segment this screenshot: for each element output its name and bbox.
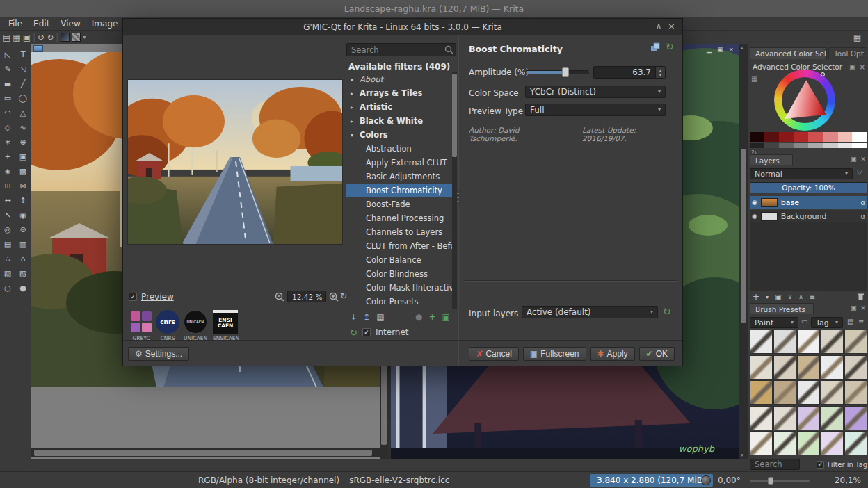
filter-preview-image[interactable] [127, 79, 343, 245]
tag-dropdown[interactable]: Tag▾ [811, 317, 843, 328]
vertical-scrollbar[interactable]: ▴ ▾ [739, 44, 748, 459]
filter-tree-scrollbar[interactable] [452, 72, 457, 309]
tool-icon[interactable]: ● [15, 281, 31, 295]
filter-item[interactable]: CLUT from After - Before [346, 239, 452, 253]
selector-settings-icon[interactable]: ▦ [751, 75, 757, 83]
tool-icon[interactable]: ◇ [0, 120, 15, 135]
apply-button[interactable]: ✱Apply [590, 347, 635, 361]
menu-file[interactable]: File [3, 19, 28, 29]
filter-item[interactable]: Color Mask [Interactive] [346, 281, 452, 295]
internet-checkbox[interactable]: ✓ [362, 328, 371, 336]
zoom-value[interactable]: 20,1% [835, 472, 861, 488]
scrollbar-thumb[interactable] [452, 74, 457, 157]
value-strip[interactable] [750, 143, 867, 148]
tool-icon[interactable]: △ [15, 106, 31, 120]
brush-preset-thumbnail[interactable] [821, 330, 844, 354]
brush-preset-thumbnail[interactable] [750, 431, 773, 455]
filter-item[interactable]: Boost-Fade [346, 197, 452, 211]
filter-category-colors[interactable]: ▾Colors [346, 128, 452, 142]
close-docker-icon[interactable]: × [860, 155, 866, 163]
refresh-layers-icon[interactable]: ↻ [663, 307, 671, 316]
tab-tool-options[interactable]: Tool Opt... [828, 47, 867, 59]
horizontal-scrollbar[interactable] [31, 448, 380, 457]
cancel-button[interactable]: ✘Cancel [469, 347, 518, 361]
tool-icon[interactable]: ✎ [0, 62, 15, 76]
brush-search-input[interactable] [750, 459, 800, 470]
tool-icon[interactable]: ∗ [0, 135, 15, 149]
tool-icon[interactable]: ↖ [0, 208, 15, 222]
reset-parameters-icon[interactable]: ↻ [666, 42, 674, 51]
add-layer-icon[interactable]: + [753, 292, 760, 302]
list-view-icon[interactable]: ≡ [858, 318, 864, 325]
opacity-slider[interactable]: Opacity: 100% [750, 182, 867, 193]
internet-globe-icon[interactable]: ● [415, 313, 422, 321]
filter-item[interactable]: Apply External CLUT [346, 156, 452, 170]
brush-preset-thumbnail[interactable] [797, 406, 820, 430]
brush-preset-thumbnail[interactable] [750, 380, 773, 405]
amplitude-slider[interactable] [525, 70, 589, 74]
tool-icon[interactable]: ▩ [15, 164, 31, 179]
filter-item[interactable]: Basic Adjustments [346, 170, 452, 184]
refresh-filters-icon[interactable]: ↻ [350, 328, 357, 337]
filter-item[interactable]: Channels to Layers [346, 225, 452, 239]
tool-icon[interactable]: ⊕ [15, 135, 31, 149]
tab-advanced-color-selector[interactable]: Advanced Color Sele... [750, 47, 827, 59]
tool-icon[interactable]: ◉ [15, 208, 31, 222]
minimize-icon[interactable]: ▁ [707, 46, 712, 53]
gamut-icon[interactable] [701, 475, 711, 485]
filter-search-input[interactable] [346, 43, 456, 56]
amplitude-spinbox[interactable]: 63.7 ▴▾ [593, 66, 666, 79]
splitter-grip[interactable] [457, 190, 459, 205]
copy-command-icon[interactable] [650, 42, 661, 53]
move-layer-up-icon[interactable]: ∧ [798, 293, 803, 300]
tool-icon[interactable]: ▭ [0, 91, 15, 106]
filter-layers-icon[interactable]: ▽ [857, 168, 862, 176]
tab-layers[interactable]: Layers [750, 154, 793, 165]
amplitude-slider-handle[interactable] [562, 67, 569, 77]
move-layer-down-icon[interactable]: ∨ [788, 293, 793, 300]
shade-strip[interactable] [750, 132, 867, 142]
tool-icon[interactable]: ○ [0, 281, 15, 295]
tool-icon[interactable]: ↔ [0, 193, 15, 208]
color-space-dropdown[interactable]: YCbCr (Distinct)▾ [525, 86, 666, 98]
float-docker-icon[interactable]: ▣ [851, 304, 857, 311]
filter-item[interactable]: Color Presets [346, 295, 452, 309]
tool-icon[interactable]: ⊠ [15, 179, 31, 193]
zoom-out-icon[interactable] [275, 292, 284, 302]
layer-row[interactable]: ◉ Background α [750, 210, 867, 222]
filter-item[interactable]: Color Balance [346, 253, 452, 267]
brush-preset-thumbnail[interactable] [844, 431, 867, 455]
tool-icon[interactable]: ╱ [15, 76, 31, 91]
brush-preset-thumbnail[interactable] [773, 380, 796, 405]
redo-icon[interactable]: ↻ [47, 33, 54, 42]
brush-preset-thumbnail[interactable] [844, 380, 867, 405]
layer-visible-icon[interactable]: ◉ [752, 199, 757, 206]
remove-fave-icon[interactable]: ↥ [363, 313, 370, 321]
brush-preset-thumbnail[interactable] [773, 406, 796, 430]
tab-brush-presets[interactable]: Brush Presets [750, 303, 814, 314]
close-docker-icon[interactable]: × [860, 304, 866, 311]
brush-preset-thumbnail[interactable] [844, 406, 867, 430]
brush-preset-thumbnail[interactable] [821, 406, 844, 430]
grid-view-icon[interactable]: ▤ [847, 318, 853, 325]
filter-search-box[interactable] [346, 43, 456, 56]
expand-all-icon[interactable]: + [428, 313, 435, 321]
brush-preset-thumbnail[interactable] [773, 431, 796, 455]
save-data-icon[interactable]: ▦ [376, 313, 384, 321]
scroll-up-icon[interactable]: ▴ [741, 45, 744, 51]
tool-icon[interactable]: ◈ [0, 164, 15, 179]
preview-zoom-combo[interactable]: 12,42 %▾ [287, 291, 326, 302]
brush-preset-thumbnail[interactable] [773, 355, 796, 380]
blend-mode-dropdown[interactable]: Normal▾ [750, 168, 853, 179]
shade-window-icon[interactable]: ∧ [656, 22, 661, 31]
scrollbar-thumb[interactable] [34, 450, 372, 456]
settings-button[interactable]: ⚙ Settings... [128, 347, 189, 361]
menu-image[interactable]: Image [86, 19, 124, 29]
brush-preset-thumbnail[interactable] [844, 355, 867, 380]
duplicate-layer-icon[interactable]: ▣ [775, 293, 781, 301]
restore-icon[interactable]: ▣ [717, 46, 723, 53]
undo-icon[interactable]: ↺ [38, 33, 45, 42]
window-titlebar[interactable]: Landscape-raghu.kra (120,7 MiB) — Krita [0, 0, 868, 17]
tool-icon[interactable]: ◯ [15, 91, 31, 106]
tool-icon[interactable]: T [15, 47, 31, 62]
